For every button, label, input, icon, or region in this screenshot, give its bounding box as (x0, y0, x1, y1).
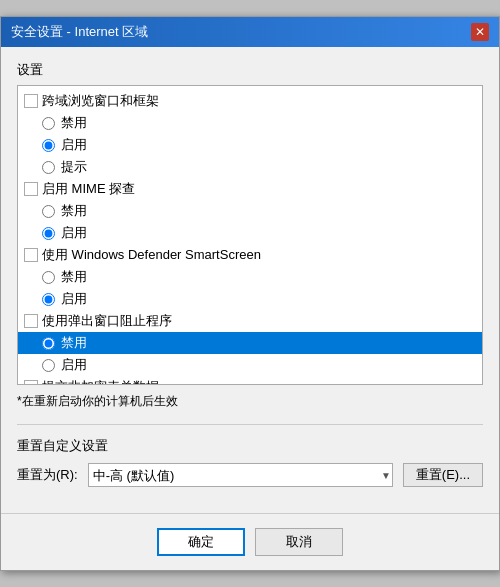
settings-scroll-box[interactable]: 跨域浏览窗口和框架禁用启用提示启用 MIME 探查禁用启用使用 Windows … (17, 85, 483, 385)
radio-input[interactable] (42, 205, 55, 218)
radio-item: 禁用 (18, 200, 482, 222)
section-label: 设置 (17, 61, 483, 79)
radio-item: 提示 (18, 156, 482, 178)
radio-input[interactable] (42, 227, 55, 240)
radio-label: 禁用 (61, 268, 87, 286)
reset-button[interactable]: 重置(E)... (403, 463, 483, 487)
radio-item: 启用 (18, 288, 482, 310)
radio-item: 禁用 (18, 112, 482, 134)
dialog-window: 安全设置 - Internet 区域 ✕ 设置 跨域浏览窗口和框架禁用启用提示启… (0, 16, 500, 571)
group-header-g4: 使用弹出窗口阻止程序 (18, 310, 482, 332)
radio-label: 禁用 (61, 334, 87, 352)
reset-section-title: 重置自定义设置 (17, 437, 483, 455)
reset-to-label: 重置为(R): (17, 466, 78, 484)
group-header-g1: 跨域浏览窗口和框架 (18, 90, 482, 112)
reset-select-wrapper: 低中-低中中-高 (默认值)高 ▼ (88, 463, 393, 487)
radio-label: 提示 (61, 158, 87, 176)
radio-input[interactable] (42, 117, 55, 130)
radio-input[interactable] (42, 161, 55, 174)
close-button[interactable]: ✕ (471, 23, 489, 41)
radio-item: 启用 (18, 134, 482, 156)
radio-label: 启用 (61, 290, 87, 308)
title-bar: 安全设置 - Internet 区域 ✕ (1, 17, 499, 47)
radio-label: 禁用 (61, 202, 87, 220)
group-header-label: 使用 Windows Defender SmartScreen (42, 246, 261, 264)
ok-button[interactable]: 确定 (157, 528, 245, 556)
radio-item: 启用 (18, 222, 482, 244)
title-bar-text: 安全设置 - Internet 区域 (11, 23, 148, 41)
radio-input[interactable] (42, 271, 55, 284)
radio-item: 启用 (18, 354, 482, 376)
group-header-label: 提交非加密表单数据 (42, 378, 159, 385)
radio-input[interactable] (42, 293, 55, 306)
group-icon (24, 380, 38, 385)
group-icon (24, 248, 38, 262)
group-icon (24, 94, 38, 108)
radio-label: 禁用 (61, 114, 87, 132)
reset-select[interactable]: 低中-低中中-高 (默认值)高 (88, 463, 393, 487)
group-header-g5: 提交非加密表单数据 (18, 376, 482, 385)
reset-section: 重置自定义设置 重置为(R): 低中-低中中-高 (默认值)高 ▼ 重置(E).… (17, 424, 483, 487)
radio-label: 启用 (61, 224, 87, 242)
radio-input[interactable] (42, 359, 55, 372)
dialog-content: 设置 跨域浏览窗口和框架禁用启用提示启用 MIME 探查禁用启用使用 Windo… (1, 47, 499, 501)
radio-input[interactable] (42, 139, 55, 152)
reset-row: 重置为(R): 低中-低中中-高 (默认值)高 ▼ 重置(E)... (17, 463, 483, 487)
button-row: 确定 取消 (1, 513, 499, 570)
group-icon (24, 182, 38, 196)
group-header-label: 启用 MIME 探查 (42, 180, 135, 198)
cancel-button[interactable]: 取消 (255, 528, 343, 556)
group-header-g2: 启用 MIME 探查 (18, 178, 482, 200)
group-header-g3: 使用 Windows Defender SmartScreen (18, 244, 482, 266)
group-icon (24, 314, 38, 328)
radio-item: 禁用 (18, 332, 482, 354)
radio-item: 禁用 (18, 266, 482, 288)
radio-label: 启用 (61, 356, 87, 374)
footnote: *在重新启动你的计算机后生效 (17, 393, 483, 410)
radio-input[interactable] (42, 337, 55, 350)
group-header-label: 使用弹出窗口阻止程序 (42, 312, 172, 330)
radio-label: 启用 (61, 136, 87, 154)
group-header-label: 跨域浏览窗口和框架 (42, 92, 159, 110)
